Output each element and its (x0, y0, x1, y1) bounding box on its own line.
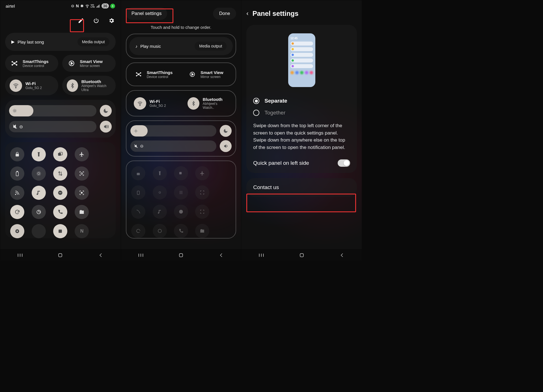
play-last-label[interactable]: Play last song (18, 40, 44, 44)
battery-icon[interactable] (10, 166, 24, 181)
svg-point-34 (38, 173, 40, 175)
smart-group-outline[interactable]: SmartThingsDevice control Smart ViewMirr… (126, 62, 236, 86)
nav-home-icon[interactable] (57, 252, 64, 259)
play-icon[interactable]: ▶ (11, 39, 15, 44)
smartthings-title: SmartThings (23, 59, 49, 64)
p2-hotspot-icon[interactable] (131, 205, 145, 219)
p2-music-icon[interactable] (153, 205, 167, 219)
preview-time: 12:45 (290, 37, 313, 40)
volume-slider-2[interactable]: ⊖ (130, 140, 217, 152)
multi-window-icon[interactable] (53, 147, 67, 161)
volume-slider[interactable]: ⊖ (9, 121, 96, 132)
nav-home-icon-3[interactable] (298, 252, 305, 259)
p2-battery-icon[interactable] (131, 185, 145, 200)
p2-dnd-icon[interactable] (174, 205, 188, 219)
nav-back-icon-2[interactable] (217, 252, 225, 259)
smartview-tile[interactable]: Smart View Mirror screen (62, 55, 115, 72)
brightness-slider[interactable] (9, 105, 96, 116)
p2-sync-icon[interactable] (131, 224, 145, 238)
bt-title: Bluetooth (81, 79, 111, 84)
qr-scan-icon[interactable] (75, 166, 89, 181)
brightness-slider-2[interactable] (130, 125, 217, 137)
screen-record-icon[interactable] (75, 186, 89, 200)
location-icon[interactable] (10, 224, 24, 238)
sound-mode-button[interactable] (100, 121, 112, 133)
p2-secure-folder-icon[interactable] (195, 224, 209, 238)
wifi-tile-2[interactable]: Wi-FiGolu_5G 2 (129, 94, 179, 113)
back-icon[interactable]: ‹ (246, 10, 248, 17)
status-bar: airtel ⊖ N ✱ VOLTE 36 (5, 0, 116, 11)
svg-rect-44 (59, 229, 62, 233)
svg-marker-17 (71, 62, 73, 65)
smartview-sub: Mirror screen (80, 64, 103, 68)
p2-airplane-icon[interactable] (195, 166, 209, 180)
p2-mobile-data-icon[interactable] (174, 185, 188, 200)
volume-minus-icon: ⊖ (19, 124, 23, 129)
svg-rect-32 (16, 172, 18, 176)
smartthings-tile-2[interactable]: SmartThingsDevice control (129, 66, 179, 83)
eye-comfort-icon[interactable] (32, 166, 46, 181)
nav-recents-icon-3[interactable] (258, 252, 265, 259)
smartthings-tile[interactable]: SmartThings Device control (5, 55, 58, 72)
svg-rect-36 (81, 173, 83, 174)
layout-option-card: 12:45 Separate Together Swipe down from … (246, 25, 357, 173)
music-icon[interactable] (32, 186, 46, 200)
dnd-icon[interactable] (53, 186, 67, 200)
radio-together[interactable]: Together (253, 107, 350, 119)
wifi-calling-icon[interactable] (53, 205, 67, 219)
bluetooth-tile[interactable]: Bluetooth Abhijeet's Watch Ultra (62, 76, 115, 95)
dark-mode-button[interactable] (100, 105, 112, 117)
qs-grid-outline[interactable] (126, 161, 236, 239)
p2-screen-record-icon[interactable] (195, 205, 209, 219)
svg-point-72 (158, 229, 161, 233)
p2-eye-comfort-icon[interactable] (153, 185, 167, 200)
svg-point-60 (140, 105, 140, 105)
p2-wifi-calling-icon[interactable] (174, 224, 188, 238)
dark-mode-button-2[interactable] (220, 125, 232, 137)
secure-folder-icon[interactable] (75, 205, 89, 219)
nfc-icon: N (76, 4, 79, 8)
p2-lock-icon[interactable] (131, 166, 145, 180)
media-pill: ▶ Play last song Media output (5, 33, 116, 51)
media-output-button[interactable]: Media output (77, 37, 109, 46)
nav-home-icon-2[interactable] (177, 252, 185, 259)
sound-mode-button-2[interactable] (220, 140, 232, 152)
p2-multi-window-icon[interactable] (174, 166, 188, 180)
lock-icon[interactable] (10, 147, 24, 161)
nav-back-icon[interactable] (97, 252, 104, 259)
svg-rect-2 (97, 6, 98, 8)
flashlight-icon[interactable] (32, 147, 46, 161)
p2-data-usage-icon[interactable] (153, 224, 167, 238)
sync-icon[interactable] (10, 205, 24, 219)
extra-icon-1[interactable] (32, 224, 46, 238)
extra-icon-2[interactable] (53, 224, 67, 238)
p2-qr-scan-icon[interactable] (195, 185, 209, 200)
radio-separate[interactable]: Separate (253, 95, 350, 107)
nfc-tile-icon[interactable]: N (75, 224, 89, 238)
nav-back-icon-3[interactable] (338, 252, 346, 259)
bluetooth-tile-2[interactable]: BluetoothAbhijeet's Watch.. (183, 94, 233, 113)
nav-recents-icon[interactable] (16, 252, 24, 259)
airplane-icon[interactable] (75, 147, 89, 161)
mobile-data-icon[interactable] (53, 166, 67, 181)
svg-point-70 (159, 192, 161, 193)
svg-point-35 (37, 172, 41, 175)
radio-together-label: Together (264, 110, 285, 116)
quick-settings-grid[interactable]: N (5, 142, 116, 238)
smartview-tile-2[interactable]: Smart ViewMirror screen (183, 66, 233, 83)
mobile-hotspot-icon[interactable] (10, 186, 24, 200)
conn-group-outline[interactable]: Wi-FiGolu_5G 2 BluetoothAbhijeet's Watch… (126, 90, 236, 116)
svg-line-24 (13, 109, 14, 110)
done-button[interactable]: Done (213, 8, 236, 20)
media-output-button-2[interactable]: Media output (195, 42, 227, 51)
p2-flashlight-icon[interactable] (153, 166, 167, 180)
data-usage-icon[interactable] (32, 205, 46, 219)
power-icon[interactable] (92, 16, 100, 25)
sliders-outline[interactable]: ⊖ (126, 120, 236, 157)
quick-panel-left-toggle[interactable] (338, 159, 350, 167)
wifi-tile[interactable]: Wi-Fi Golu_5G 2 (5, 76, 58, 95)
nav-recents-icon-2[interactable] (137, 252, 145, 259)
media-group-outline[interactable]: ♪ Play music Media output (126, 34, 236, 59)
settings-icon[interactable] (107, 16, 116, 25)
carrier-label: airtel (6, 4, 15, 8)
